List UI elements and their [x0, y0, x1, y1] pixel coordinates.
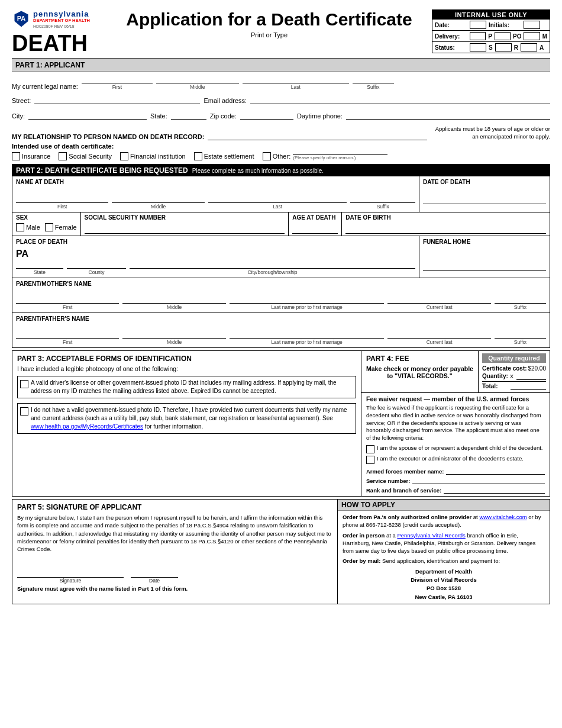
father-suffix-label: Suffix	[495, 339, 546, 345]
relationship-label: MY RELATIONSHIP TO PERSON NAMED ON DEATH…	[12, 133, 204, 140]
mother-maiden-input[interactable]	[230, 295, 385, 304]
mother-suffix-input[interactable]	[495, 295, 546, 304]
parent-mother-label: PARENT/MOTHER'S NAME	[16, 281, 546, 287]
part3-header: PART 3: ACCEPTABLE FORMS OF IDENTIFICATI…	[17, 355, 192, 363]
financial-label: Financial institution	[130, 153, 186, 160]
state-label-p2: State	[16, 269, 63, 275]
date-of-death-input[interactable]	[423, 188, 546, 204]
qty-label: Quantity:	[482, 373, 508, 379]
dob-label: DATE OF BIRTH	[345, 214, 546, 221]
part2-note: Please complete as much information as p…	[192, 167, 324, 174]
logo-dept: DEPARTMENT OF HEALTH	[33, 18, 90, 23]
deceased-middle-input[interactable]	[112, 195, 204, 203]
name-label: My current legal name:	[12, 83, 78, 90]
status-a-box[interactable]	[521, 43, 537, 51]
zip-input[interactable]	[240, 110, 293, 120]
date-of-death-label: DATE OF DEATH	[423, 179, 546, 185]
waiver-option1-checkbox[interactable]	[366, 445, 374, 453]
phone-input[interactable]	[346, 110, 550, 120]
middle-name-input[interactable]	[156, 74, 239, 83]
ssn-input[interactable]	[85, 223, 285, 234]
male-checkbox[interactable]	[16, 223, 24, 231]
mother-maiden-label: Last name prior to first marriage	[230, 304, 385, 310]
pa-vital-records-link[interactable]: Pennsylvania Vital Records	[397, 532, 465, 539]
logo-form-num: HD02080F REV 06/18	[33, 24, 90, 28]
other-note: (Please specify other reason.)	[293, 155, 387, 160]
date-field[interactable]	[470, 21, 486, 29]
zip-label: Zip code:	[210, 112, 237, 120]
father-maiden-label: Last name prior to first marriage	[230, 339, 385, 345]
delivery-m-box[interactable]	[524, 32, 540, 40]
father-maiden-input[interactable]	[230, 330, 385, 339]
internal-use-box: INTERNAL USE ONLY Date: Initials: Delive…	[432, 9, 550, 53]
signature-input[interactable]	[17, 569, 124, 578]
deceased-suffix-input[interactable]	[350, 195, 415, 203]
deceased-middle-label: Middle	[112, 204, 204, 210]
financial-checkbox[interactable]	[120, 152, 128, 160]
delivery-po-box[interactable]	[495, 32, 511, 40]
id2-link[interactable]: www.health.pa.gov/MyRecords/Certificates	[31, 423, 143, 430]
city-input-p2[interactable]	[130, 262, 415, 269]
armed-forces-label: Armed forces member name:	[366, 468, 444, 475]
social-security-checkbox[interactable]	[59, 152, 67, 160]
last-label: Last	[243, 84, 349, 90]
vitalchek-link[interactable]: www.vitalchek.com	[479, 514, 527, 520]
date-sig-input[interactable]	[131, 569, 178, 578]
relationship-input[interactable]	[208, 131, 427, 140]
waiver-option2-checkbox[interactable]	[366, 456, 374, 464]
father-current-label: Current last	[387, 339, 490, 345]
place-of-death-label: PLACE OF DEATH	[16, 239, 415, 245]
qty-input[interactable]	[516, 373, 546, 380]
father-first-input[interactable]	[16, 330, 119, 339]
father-current-input[interactable]	[387, 330, 490, 339]
other-checkbox[interactable]	[263, 152, 271, 160]
deceased-last-label: Last	[208, 204, 347, 210]
male-checkbox-item: Male	[16, 223, 40, 231]
internal-use-title: INTERNAL USE ONLY	[432, 10, 550, 20]
status-s-box[interactable]	[470, 43, 486, 51]
sex-label: SEX	[16, 214, 77, 221]
middle-label: Middle	[156, 84, 239, 90]
female-checkbox[interactable]	[45, 223, 53, 231]
deceased-last-input[interactable]	[208, 195, 347, 203]
status-r-box[interactable]	[495, 43, 512, 51]
county-input[interactable]	[67, 262, 126, 269]
insurance-checkbox[interactable]	[12, 152, 20, 160]
email-input[interactable]	[250, 95, 550, 104]
total-input[interactable]	[511, 383, 546, 390]
estate-checkbox[interactable]	[194, 152, 202, 160]
mother-first-input[interactable]	[16, 295, 119, 304]
funeral-home-input[interactable]	[423, 247, 546, 271]
deceased-first-input[interactable]	[16, 195, 108, 203]
id1-checkbox[interactable]	[20, 380, 28, 388]
age-input[interactable]	[292, 223, 338, 234]
deceased-first-label: First	[16, 204, 108, 210]
rank-label: Rank and branch of service:	[366, 487, 441, 494]
initials-field[interactable]	[524, 21, 540, 29]
armed-forces-input[interactable]	[446, 468, 545, 475]
city-input[interactable]	[28, 110, 147, 120]
dob-input[interactable]	[345, 223, 546, 234]
id2-checkbox[interactable]	[20, 407, 28, 415]
female-label: Female	[55, 224, 77, 231]
female-checkbox-item: Female	[45, 223, 77, 231]
waiver-option1-label: I am the spouse of or represent a depend…	[377, 444, 542, 451]
social-security-label: Social Security	[69, 153, 112, 160]
inperson-order-text: Order in person at a Pennsylvania Vital …	[343, 531, 545, 555]
state-input[interactable]	[171, 110, 206, 120]
rank-input[interactable]	[444, 487, 545, 494]
service-number-label: Service number:	[366, 478, 410, 484]
father-middle-input[interactable]	[122, 330, 225, 339]
father-first-label: First	[16, 339, 119, 345]
suffix-input[interactable]	[353, 74, 394, 83]
last-name-input[interactable]	[243, 74, 349, 83]
first-name-input[interactable]	[82, 74, 153, 83]
delivery-p-box[interactable]	[470, 32, 486, 40]
mother-middle-input[interactable]	[122, 295, 225, 304]
mother-current-input[interactable]	[387, 295, 490, 304]
cert-cost-label: Certificate cost:	[482, 365, 527, 372]
service-number-input[interactable]	[412, 477, 545, 484]
father-suffix-input[interactable]	[495, 330, 546, 339]
state-input-p2[interactable]	[16, 262, 63, 269]
street-input[interactable]	[34, 95, 200, 104]
